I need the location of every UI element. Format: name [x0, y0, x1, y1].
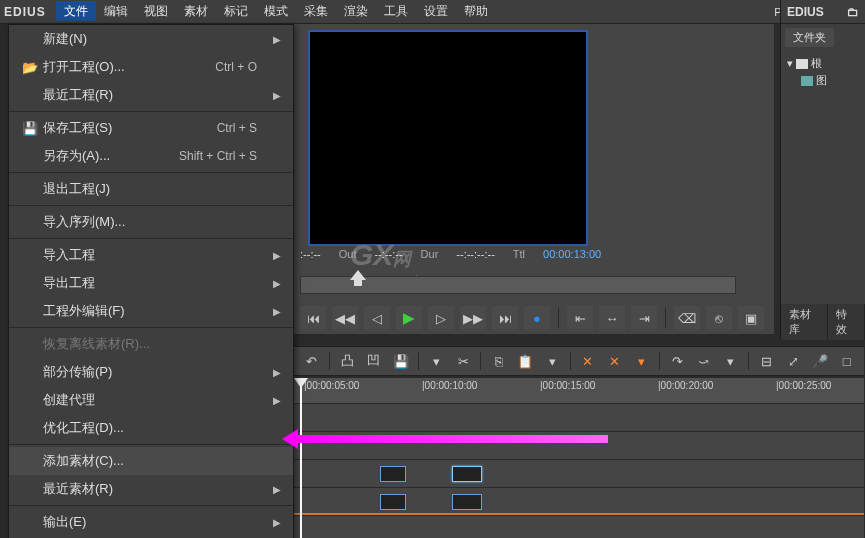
open-icon: 📂 — [17, 60, 43, 75]
toolbar-btn-11[interactable]: ▾ — [630, 350, 653, 372]
menu-item-label: 新建(N) — [43, 30, 257, 48]
ruler-tick: |00:00:25:00 — [776, 380, 831, 391]
menu-1[interactable]: 编辑 — [96, 1, 136, 21]
toolbar-btn-5[interactable]: ✂ — [452, 350, 475, 372]
menu-item-退出工程(J)[interactable]: 退出工程(J) — [9, 175, 293, 203]
menu-2[interactable]: 视图 — [136, 1, 176, 21]
transport-btn-13[interactable]: ▣ — [738, 306, 764, 330]
timeline-track-a1[interactable] — [294, 488, 864, 516]
menu-item-label: 恢复离线素材(R)... — [43, 335, 257, 353]
menu-item-label: 导出工程 — [43, 274, 257, 292]
menu-7[interactable]: 渲染 — [336, 1, 376, 21]
timeline-clip[interactable] — [380, 494, 406, 510]
toolbar-btn-9[interactable]: ✕ — [577, 350, 600, 372]
menu-item-最近工程(R)[interactable]: 最近工程(R)▶ — [9, 81, 293, 109]
transport-divider — [665, 308, 666, 328]
video-preview[interactable] — [308, 30, 588, 246]
menu-9[interactable]: 设置 — [416, 1, 456, 21]
transport-btn-9[interactable]: ↔ — [599, 306, 625, 330]
scrub-handle[interactable] — [350, 270, 366, 286]
transport-btn-12[interactable]: ⎋ — [706, 306, 732, 330]
toolbar-btn-12[interactable]: ↷ — [666, 350, 689, 372]
toolbar-btn-1[interactable]: 凸 — [336, 350, 359, 372]
ruler-tick: |00:00:10:00 — [422, 380, 477, 391]
menu-item-保存工程(S)[interactable]: 💾保存工程(S)Ctrl + S — [9, 114, 293, 142]
toolbar-btn-4[interactable]: ▾ — [425, 350, 448, 372]
menu-10[interactable]: 帮助 — [456, 1, 496, 21]
svg-marker-0 — [350, 270, 366, 286]
toolbar-btn-15[interactable]: ⊟ — [755, 350, 778, 372]
ruler-tick: |00:00:15:00 — [540, 380, 595, 391]
menu-separator — [9, 111, 293, 112]
toolbar-btn-13[interactable]: ⤻ — [693, 350, 716, 372]
toolbar-btn-14[interactable]: ▾ — [719, 350, 742, 372]
menu-item-label: 退出工程(J) — [43, 180, 257, 198]
menu-item-导出工程[interactable]: 导出工程▶ — [9, 269, 293, 297]
transport-btn-7[interactable]: ● — [524, 306, 550, 330]
toolbar-btn-8[interactable]: ▾ — [541, 350, 564, 372]
toolbar-btn-0[interactable]: ↶ — [300, 350, 323, 372]
toolbar-btn-6[interactable]: ⎘ — [487, 350, 510, 372]
transport-btn-6[interactable]: ⏭ — [492, 306, 518, 330]
toolbar-btn-7[interactable]: 📋 — [514, 350, 537, 372]
submenu-arrow-icon: ▶ — [273, 306, 285, 317]
menu-item-优化工程(D)...[interactable]: 优化工程(D)... — [9, 414, 293, 442]
transport-btn-11[interactable]: ⌫ — [674, 306, 700, 330]
menu-item-打开工程(O)...[interactable]: 📂打开工程(O)...Ctrl + O — [9, 53, 293, 81]
menu-3[interactable]: 素材 — [176, 1, 216, 21]
timeline-track-v1[interactable] — [294, 460, 864, 488]
toolbar-btn-3[interactable]: 💾 — [389, 350, 412, 372]
transport-btn-1[interactable]: ◀◀ — [332, 306, 358, 330]
timeline-ruler[interactable]: |00:00:05:00|00:00:10:00|00:00:15:00|00:… — [294, 378, 864, 404]
menu-item-label: 最近素材(R) — [43, 480, 257, 498]
submenu-arrow-icon: ▶ — [273, 250, 285, 261]
tree-root[interactable]: ▾根 — [787, 55, 859, 72]
menu-5[interactable]: 模式 — [256, 1, 296, 21]
menu-item-新建(N)[interactable]: 新建(N)▶ — [9, 25, 293, 53]
toolbar-btn-16[interactable]: ⤢ — [782, 350, 805, 372]
transport-btn-5[interactable]: ▶▶ — [460, 306, 486, 330]
submenu-arrow-icon: ▶ — [273, 367, 285, 378]
menu-item-label: 工程外编辑(F) — [43, 302, 257, 320]
tree-child[interactable]: 图 — [787, 72, 859, 89]
menu-item-label: 优化工程(D)... — [43, 419, 257, 437]
transport-btn-10[interactable]: ⇥ — [631, 306, 657, 330]
menu-item-最近素材(R)[interactable]: 最近素材(R)▶ — [9, 475, 293, 503]
menu-item-创建代理[interactable]: 创建代理▶ — [9, 386, 293, 414]
menu-item-另存为(A)...[interactable]: 另存为(A)...Shift + Ctrl + S — [9, 142, 293, 170]
tab-effects[interactable]: 特效 — [828, 304, 865, 340]
menu-item-导入序列(M)...[interactable]: 导入序列(M)... — [9, 208, 293, 236]
menu-8[interactable]: 工具 — [376, 1, 416, 21]
transport-btn-4[interactable]: ▷ — [428, 306, 454, 330]
toolbar-btn-10[interactable]: ✕ — [603, 350, 626, 372]
timeline-clip[interactable] — [452, 466, 482, 482]
playhead[interactable] — [300, 378, 302, 538]
transport-btn-0[interactable]: ⏮ — [300, 306, 326, 330]
ruler-tick: |00:00:20:00 — [658, 380, 713, 391]
tab-library[interactable]: 素材库 — [781, 304, 828, 340]
timeline-clip[interactable] — [380, 466, 406, 482]
toolbar-btn-2[interactable]: 凹 — [362, 350, 385, 372]
menu-6[interactable]: 采集 — [296, 1, 336, 21]
menu-item-输出(E)[interactable]: 输出(E)▶ — [9, 508, 293, 536]
menu-0[interactable]: 文件 — [56, 1, 96, 21]
folder-tab[interactable]: 文件夹 — [785, 28, 834, 47]
menu-item-label: 最近工程(R) — [43, 86, 257, 104]
bin-panel: EDIUS 🗀 文件夹 ▾根 图 素材库 特效 — [780, 0, 865, 340]
menu-item-部分传输(P)[interactable]: 部分传输(P)▶ — [9, 358, 293, 386]
menu-item-label: 导入序列(M)... — [43, 213, 257, 231]
menu-4[interactable]: 标记 — [216, 1, 256, 21]
menu-shortcut: Ctrl + O — [215, 60, 257, 74]
menu-item-添加素材(C)...[interactable]: 添加素材(C)... — [9, 447, 293, 475]
transport-btn-8[interactable]: ⇤ — [567, 306, 593, 330]
menu-item-工程外编辑(F)[interactable]: 工程外编辑(F)▶ — [9, 297, 293, 325]
transport-btn-2[interactable]: ◁ — [364, 306, 390, 330]
toolbar-btn-18[interactable]: □ — [835, 350, 858, 372]
timeline-toolbar: ↶凸凹💾▾✂⎘📋▾✕✕▾↷⤻▾⊟⤢🎤□ — [294, 346, 864, 376]
menu-separator — [9, 205, 293, 206]
folder-icon[interactable]: 🗀 — [847, 5, 859, 19]
timeline-clip[interactable] — [452, 494, 482, 510]
menu-item-导入工程[interactable]: 导入工程▶ — [9, 241, 293, 269]
transport-btn-3[interactable]: ▶ — [396, 306, 422, 330]
toolbar-btn-17[interactable]: 🎤 — [808, 350, 831, 372]
